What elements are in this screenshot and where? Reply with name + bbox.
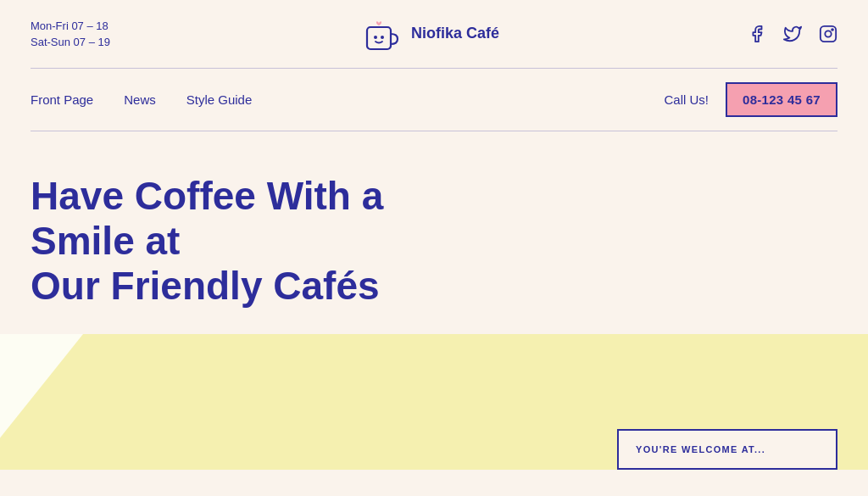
hero: Have Coffee With a Smile at Our Friendly… [0, 131, 868, 334]
svg-point-5 [832, 29, 833, 31]
svg-rect-3 [821, 26, 836, 42]
nav-news[interactable]: News [124, 92, 156, 107]
facebook-icon[interactable] [748, 25, 766, 43]
social-icons [748, 25, 837, 43]
logo-text: Niofika Café [411, 25, 499, 43]
call-button[interactable]: 08-123 45 67 [726, 82, 837, 117]
twitter-icon[interactable] [783, 25, 802, 43]
hours: Mon-Fri 07 – 18 Sat-Sun 07 – 19 [31, 18, 110, 51]
instagram-icon[interactable] [819, 25, 837, 43]
top-bar: Mon-Fri 07 – 18 Sat-Sun 07 – 19 Niofika … [0, 0, 868, 68]
top-divider [31, 68, 837, 69]
decorative-curve [0, 334, 144, 470]
svg-rect-0 [367, 27, 391, 49]
logo-icon [359, 12, 403, 56]
nav-right: Call Us! 08-123 45 67 [664, 82, 837, 117]
hours-weekday: Mon-Fri 07 – 18 [31, 18, 110, 35]
svg-point-1 [374, 36, 377, 39]
bottom-area: YOU'RE WELCOME AT... [0, 334, 868, 470]
call-us-label: Call Us! [664, 92, 709, 107]
hero-title-line1: Have Coffee With a Smile at [31, 174, 383, 263]
svg-point-4 [825, 31, 831, 36]
hours-weekend: Sat-Sun 07 – 19 [31, 34, 110, 51]
svg-point-2 [381, 36, 384, 39]
welcome-card: YOU'RE WELCOME AT... [617, 429, 837, 470]
nav-bar: Front Page News Style Guide Call Us! 08-… [0, 69, 868, 131]
nav-links: Front Page News Style Guide [31, 92, 252, 107]
nav-style-guide[interactable]: Style Guide [186, 92, 253, 107]
logo[interactable]: Niofika Café [359, 12, 499, 56]
hero-title: Have Coffee With a Smile at Our Friendly… [31, 174, 471, 309]
nav-front-page[interactable]: Front Page [31, 92, 93, 107]
hero-title-line2: Our Friendly Cafés [31, 264, 380, 308]
welcome-label: YOU'RE WELCOME AT... [636, 444, 819, 454]
